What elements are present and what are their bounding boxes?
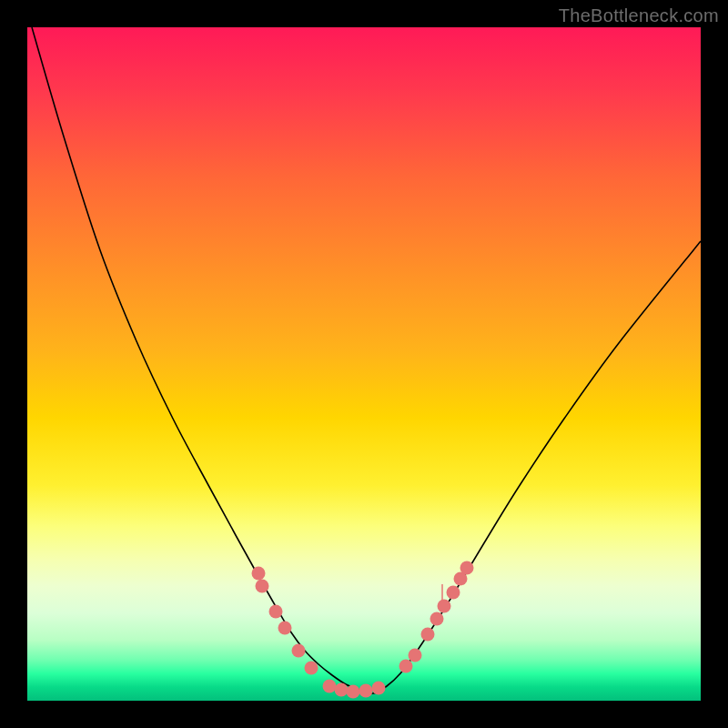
data-point — [269, 605, 283, 619]
data-points-group — [252, 561, 474, 699]
plot-area — [27, 27, 701, 701]
data-point — [323, 680, 337, 693]
data-point — [278, 622, 292, 635]
data-point — [447, 586, 460, 600]
data-point — [335, 683, 349, 697]
data-point — [359, 684, 373, 698]
chart-frame: TheBottleneck.com — [0, 0, 728, 728]
data-point — [292, 644, 306, 658]
data-point — [252, 567, 266, 581]
data-point — [399, 660, 413, 673]
data-point — [305, 662, 318, 675]
data-point — [409, 649, 422, 662]
data-point — [430, 612, 444, 626]
watermark-text: TheBottleneck.com — [559, 5, 719, 26]
data-point — [438, 600, 451, 613]
data-point — [347, 685, 360, 699]
bottleneck-curve — [32, 27, 701, 693]
data-point — [421, 628, 435, 642]
data-point — [460, 561, 474, 575]
bottleneck-curve-svg — [27, 27, 701, 701]
data-point — [372, 682, 386, 695]
data-point — [256, 580, 269, 593]
